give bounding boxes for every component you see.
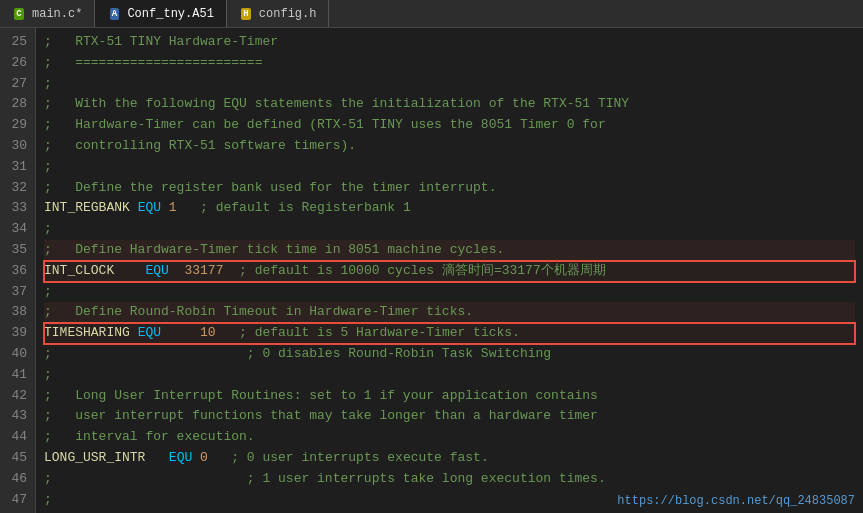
line-33: INT_REGBANK EQU 1 ; default is Registerb… — [44, 198, 855, 219]
url-watermark: https://blog.csdn.net/qq_24835087 — [617, 492, 855, 511]
tab-config-h[interactable]: H config.h — [227, 0, 330, 27]
line-numbers: 25 26 27 28 29 30 31 32 33 34 35 36 37 3… — [0, 28, 36, 513]
tab-main-c-label: main.c* — [32, 7, 82, 21]
line-27: ; — [44, 74, 855, 95]
line-28: ; With the following EQU statements the … — [44, 94, 855, 115]
line-34: ; — [44, 219, 855, 240]
line-30: ; controlling RTX-51 software timers). — [44, 136, 855, 157]
line-41: ; — [44, 365, 855, 386]
line-42: ; Long User Interrupt Routines: set to 1… — [44, 386, 855, 407]
line-46: ; ; 1 user interrupts take long executio… — [44, 469, 855, 490]
line-44: ; interval for execution. — [44, 427, 855, 448]
tab-main-c[interactable]: C main.c* — [0, 0, 95, 27]
tab-bar: C main.c* A Conf_tny.A51 H config.h — [0, 0, 863, 28]
line-25: ; RTX-51 TINY Hardware-Timer — [44, 32, 855, 53]
tab-config-h-label: config.h — [259, 7, 317, 21]
line-36: INT_CLOCK EQU 33177 ; default is 10000 c… — [44, 261, 855, 282]
line-45: LONG_USR_INTR EQU 0 ; 0 user interrupts … — [44, 448, 855, 469]
line-31: ; — [44, 157, 855, 178]
line-35: ; Define Hardware-Timer tick time in 805… — [44, 240, 855, 261]
line-38: ; Define Round-Robin Timeout in Hardware… — [44, 302, 855, 323]
line-32: ; Define the register bank used for the … — [44, 178, 855, 199]
code-content: ; RTX-51 TINY Hardware-Timer ; =========… — [36, 28, 863, 513]
line-40: ; ; 0 disables Round-Robin Task Switchin… — [44, 344, 855, 365]
line-29: ; Hardware-Timer can be defined (RTX-51 … — [44, 115, 855, 136]
code-area: 25 26 27 28 29 30 31 32 33 34 35 36 37 3… — [0, 28, 863, 513]
line-37: ; — [44, 282, 855, 303]
tab-conf-tny[interactable]: A Conf_tny.A51 — [95, 0, 226, 27]
line-39: TIMESHARING EQU 10 ; default is 5 Hardwa… — [44, 323, 855, 344]
line-26: ; ======================== — [44, 53, 855, 74]
tab-conf-tny-label: Conf_tny.A51 — [127, 7, 213, 21]
line-43: ; user interrupt functions that may take… — [44, 406, 855, 427]
